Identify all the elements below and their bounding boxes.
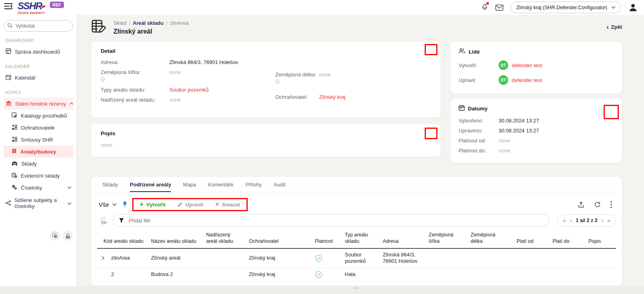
- col-header-typ[interactable]: Typ areálu skladu: [342, 231, 380, 248]
- back-button[interactable]: ‹ Zpět: [606, 24, 622, 30]
- tab-komentare[interactable]: Komentáře: [208, 182, 234, 192]
- breadcrumb-areal-skladu[interactable]: Areál skladu: [133, 20, 163, 26]
- copy-icon[interactable]: [50, 231, 60, 241]
- sidebar-item-label: Číselníky: [21, 185, 42, 191]
- lide-card: Lidé Vytvořil: DT defender test Upravil:…: [451, 42, 622, 94]
- table-row-zlinarea[interactable]: zlinArea Zlínský areál Zlínský kraj Soub…: [97, 248, 616, 268]
- sidebar-item-label: Areály/budovy: [20, 149, 56, 155]
- breadcrumb: Sklad/Areál skladu/zlinArea: [113, 20, 189, 26]
- col-header-platnost[interactable]: Platnost: [312, 231, 342, 248]
- delete-button[interactable]: × Smazat: [215, 202, 240, 208]
- app-logo[interactable]: SSHR ČESKÉ REZERVY: [18, 1, 45, 15]
- cell-ochranovatel: Zlínský kraj: [246, 268, 312, 282]
- unlock-icon[interactable]: [63, 231, 73, 241]
- tab-audit[interactable]: Audit: [274, 182, 286, 192]
- field-value-ochranovatel-link[interactable]: Zlínský kraj: [319, 94, 346, 100]
- tab-sklady[interactable]: Sklady: [102, 182, 118, 192]
- valid-check-icon: [315, 271, 338, 278]
- calendar-icon: [459, 105, 465, 112]
- sidebar-item-evidencni-sklady[interactable]: Evidenční sklady: [4, 170, 73, 182]
- col-header-plati-od[interactable]: Platí od: [513, 231, 549, 248]
- add-filter-input[interactable]: [128, 217, 543, 224]
- cell-sirka: [425, 268, 467, 282]
- sidebar-item-label: Správa dashboardů: [15, 49, 60, 55]
- sidebar-item-smlouvy-shr[interactable]: Smlouvy SHR: [4, 134, 73, 146]
- export-upload-icon[interactable]: [578, 201, 584, 208]
- sidebar-item-statni-hmotne-rezervy[interactable]: Státní hmotné rezervy: [4, 98, 73, 110]
- view-selector-dropdown[interactable]: Vše: [99, 201, 117, 208]
- user-avatar[interactable]: [628, 3, 638, 12]
- search-input[interactable]: [4, 20, 73, 32]
- pagination-first-icon[interactable]: «: [563, 217, 566, 224]
- role-selector-dropdown[interactable]: Zlínský kraj (SHR.Defender.Configurator): [511, 2, 621, 13]
- table-more-row: ...: [97, 282, 616, 294]
- sidebar-item-ciselniky[interactable]: Číselníky: [4, 182, 73, 194]
- valid-check-icon: [315, 254, 338, 262]
- cell-plati-do: [549, 248, 585, 268]
- breadcrumb-sklad[interactable]: Sklad: [113, 20, 127, 26]
- cell-delka: [467, 248, 513, 268]
- chevron-down-icon: [112, 203, 117, 206]
- info-icon[interactable]: [275, 79, 319, 85]
- sidebar-item-sklady[interactable]: Sklady: [4, 158, 73, 170]
- subareas-table: Kód areálu skladu Název areálu skladu Na…: [97, 231, 616, 294]
- col-header-nazev[interactable]: Název areálu skladu: [148, 231, 203, 248]
- pagination-next-icon[interactable]: ›: [602, 217, 604, 224]
- pencil-icon: [177, 202, 183, 207]
- table-row-budova2[interactable]: 2 Budova 2 Zlínský kraj Hala: [97, 268, 616, 282]
- pin-view-icon[interactable]: [122, 201, 127, 208]
- pagination-prev-icon[interactable]: ‹: [570, 217, 572, 224]
- sidebar-item-kalendar[interactable]: Kalendář: [4, 72, 73, 84]
- tab-mapa[interactable]: Mapa: [183, 182, 196, 192]
- calendar-icon: [6, 74, 11, 81]
- col-header-adresa[interactable]: Adresa: [380, 231, 425, 248]
- col-header-delka[interactable]: Zeměpisná délka: [467, 231, 513, 248]
- cell-adresa: [380, 268, 425, 282]
- refresh-icon[interactable]: [594, 201, 601, 208]
- sidebar-item-arealy-budovy[interactable]: Areály/budovy: [4, 146, 73, 158]
- breadcrumb-zlinarea[interactable]: zlinArea: [170, 20, 189, 26]
- sidebar-item-katalogy-prostredku[interactable]: Katalogy prostředků: [4, 110, 73, 122]
- messages-envelope-icon[interactable]: [495, 4, 503, 11]
- col-header-kod[interactable]: Kód areálu skladu: [97, 231, 148, 248]
- kebab-menu-icon[interactable]: [610, 201, 612, 208]
- col-header-sirka[interactable]: Zeměpisná šířka: [425, 231, 467, 248]
- toolbar-actions-annotated-group: + Vytvořit Upravit × Smazat: [132, 198, 248, 211]
- pagination-range-label: 1 až 2 z 2: [576, 218, 597, 223]
- sidebar-item-sdilene-subjekty[interactable]: Sdílené subjekty a číselníky: [4, 196, 73, 211]
- pagination-last-icon[interactable]: »: [607, 217, 610, 224]
- col-header-nadrazeny[interactable]: Nadřazený areál skladu: [203, 231, 246, 248]
- edit-button[interactable]: Upravit: [177, 202, 203, 208]
- sidebar-item-sprava-dashboardu[interactable]: Správa dashboardů: [4, 46, 73, 58]
- dashboard-icon: [6, 48, 11, 55]
- cell-nazev: Budova 2: [148, 268, 203, 282]
- show-more-indicator[interactable]: ...: [97, 282, 616, 294]
- tab-podrizene-arealy[interactable]: Podřízené areály: [130, 182, 171, 192]
- col-header-popis[interactable]: Popis: [585, 231, 616, 248]
- annotation-box-detail: [425, 44, 437, 55]
- sidebar-section-dashboard: DASHBOARD: [5, 38, 73, 43]
- updated-by-user-link[interactable]: defender test: [512, 77, 542, 83]
- tab-prilohy[interactable]: Přílohy: [245, 182, 261, 192]
- registry-warehouse-icon: [12, 172, 17, 179]
- group-by-icon[interactable]: [99, 217, 108, 224]
- cell-plati-od: [513, 268, 549, 282]
- field-value-typy-link[interactable]: Soubor pozemků: [169, 87, 209, 93]
- create-button[interactable]: + Vytvořit: [140, 202, 165, 208]
- cell-nazev: Zlínský areál: [148, 248, 203, 268]
- sidebar-item-ochranovatele[interactable]: Ochraňovatelé: [4, 122, 73, 134]
- detail-card: Detail Adresa: Zlínská 864/3, 76901 Hole…: [91, 42, 441, 118]
- col-header-ochranovatel[interactable]: Ochraňovatel: [246, 231, 312, 248]
- user-avatar-dt[interactable]: DT: [499, 75, 508, 85]
- col-header-plati-do[interactable]: Platí do: [549, 231, 585, 248]
- sidebar-item-label: Sklady: [21, 161, 37, 167]
- created-by-user-link[interactable]: defender test: [512, 62, 542, 68]
- chevron-down-icon: [68, 186, 72, 189]
- sidebar-collapse-icon[interactable]: [4, 3, 13, 11]
- info-icon[interactable]: [101, 77, 169, 83]
- sidebar: DASHBOARD Správa dashboardů KALENDÁŘ Kal…: [0, 15, 77, 286]
- cell-typ: Hala: [342, 268, 380, 282]
- notifications-bell-icon[interactable]: [481, 3, 488, 12]
- expand-row-icon[interactable]: [101, 256, 105, 260]
- user-avatar-dt[interactable]: DT: [499, 60, 508, 70]
